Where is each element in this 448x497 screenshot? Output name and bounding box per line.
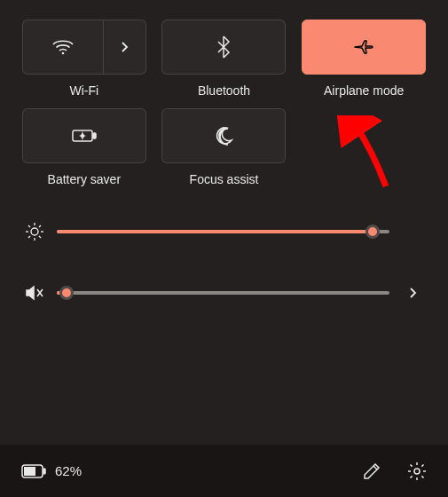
svg-line-17 bbox=[373, 466, 377, 469]
focus-assist-tile[interactable] bbox=[161, 108, 286, 163]
tile-wrapper-focus-assist: Focus assist bbox=[161, 108, 287, 186]
sliders-area bbox=[0, 195, 448, 311]
brightness-fill bbox=[57, 230, 373, 233]
volume-slider[interactable] bbox=[57, 284, 389, 302]
settings-button[interactable] bbox=[407, 462, 427, 481]
wifi-tile[interactable] bbox=[22, 20, 146, 75]
wifi-expand-button[interactable] bbox=[103, 20, 145, 74]
bottom-actions bbox=[363, 462, 427, 481]
svg-line-11 bbox=[39, 225, 41, 227]
battery-percent-text: 62% bbox=[55, 463, 82, 478]
gear-icon bbox=[407, 462, 427, 481]
airplane-mode-tile[interactable] bbox=[302, 20, 426, 75]
chevron-right-icon bbox=[120, 41, 129, 53]
brightness-slider-row bbox=[25, 222, 423, 241]
svg-rect-16 bbox=[24, 467, 35, 476]
svg-point-0 bbox=[62, 52, 65, 55]
volume-expand-button[interactable] bbox=[402, 287, 423, 299]
focus-assist-label: Focus assist bbox=[190, 172, 259, 186]
svg-point-18 bbox=[414, 469, 420, 474]
wifi-label: Wi-Fi bbox=[70, 83, 99, 98]
bottom-bar: 62% bbox=[0, 444, 448, 497]
moon-icon bbox=[214, 126, 233, 146]
pencil-icon bbox=[363, 462, 381, 480]
battery-icon bbox=[21, 464, 46, 478]
tile-wrapper-wifi: Wi-Fi bbox=[21, 20, 147, 98]
wifi-toggle[interactable] bbox=[23, 20, 103, 74]
tile-wrapper-bluetooth: Bluetooth bbox=[161, 20, 287, 98]
quick-settings-panel: Wi-Fi Bluetooth Airplane mode bbox=[0, 0, 448, 497]
wifi-icon bbox=[51, 38, 75, 56]
volume-thumb[interactable] bbox=[59, 286, 74, 300]
svg-line-8 bbox=[28, 225, 30, 227]
bluetooth-label: Bluetooth bbox=[198, 83, 250, 98]
brightness-thumb[interactable] bbox=[365, 225, 380, 239]
battery-status[interactable]: 62% bbox=[21, 463, 82, 478]
bluetooth-icon bbox=[216, 36, 231, 59]
edit-button[interactable] bbox=[363, 462, 381, 481]
battery-saver-icon bbox=[72, 128, 97, 144]
tile-wrapper-airplane: Airplane mode bbox=[301, 20, 427, 98]
svg-line-9 bbox=[39, 236, 41, 238]
battery-saver-tile[interactable] bbox=[22, 108, 146, 163]
svg-point-3 bbox=[31, 228, 38, 235]
svg-rect-15 bbox=[43, 469, 45, 474]
volume-mute-icon bbox=[25, 284, 44, 302]
battery-saver-label: Battery saver bbox=[48, 172, 121, 186]
airplane-mode-label: Airplane mode bbox=[324, 83, 404, 98]
airplane-icon bbox=[352, 36, 375, 58]
brightness-slider[interactable] bbox=[57, 223, 389, 241]
volume-track bbox=[57, 291, 389, 295]
brightness-icon bbox=[25, 222, 44, 241]
chevron-right-icon bbox=[408, 287, 417, 299]
svg-rect-2 bbox=[93, 133, 96, 138]
bluetooth-tile[interactable] bbox=[161, 20, 286, 75]
svg-line-10 bbox=[28, 236, 30, 238]
volume-slider-row bbox=[25, 284, 423, 302]
tile-wrapper-battery-saver: Battery saver bbox=[21, 108, 147, 186]
tiles-grid: Wi-Fi Bluetooth Airplane mode bbox=[0, 0, 448, 195]
